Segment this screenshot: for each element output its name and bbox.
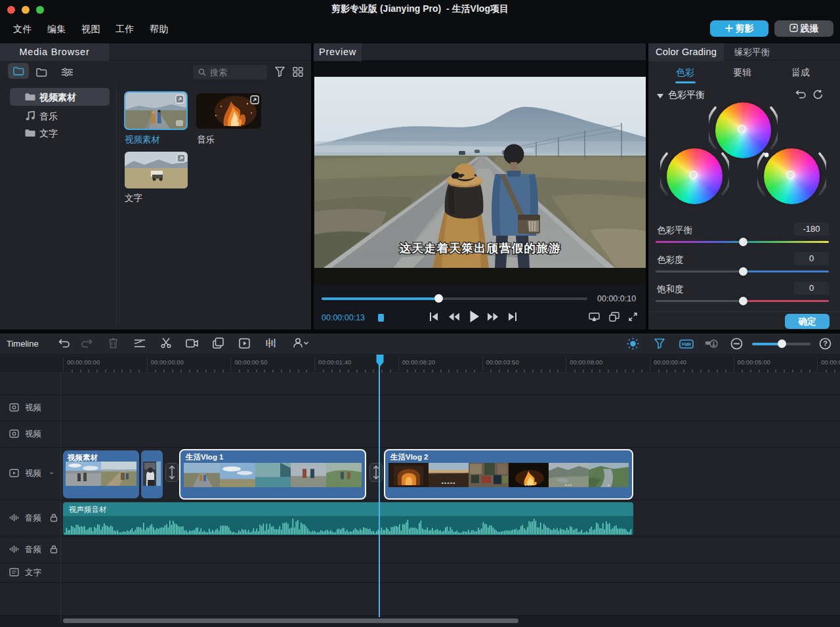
svg-text:这天走着天箂出颀营假的旅游: 这天走着天箂出颀营假的旅游	[400, 242, 562, 255]
svg-text:FMR: FMR	[682, 342, 691, 347]
svg-text:?: ?	[823, 339, 828, 347]
